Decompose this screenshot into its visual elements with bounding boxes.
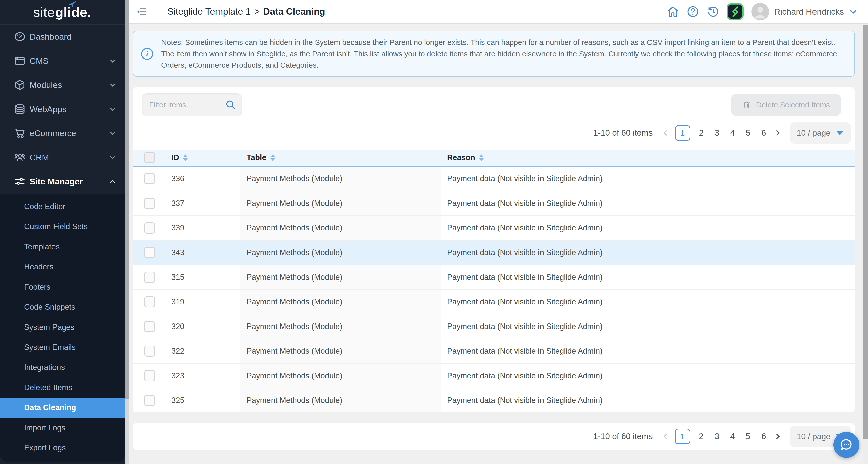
- chevron-down-icon: [108, 105, 117, 113]
- pagination-page-6[interactable]: 6: [759, 432, 768, 441]
- sidebar-subitem-custom-field-sets[interactable]: Custom Field Sets: [0, 217, 125, 237]
- sidebar-item-modules[interactable]: Modules: [0, 73, 125, 97]
- user-menu-chevron-icon[interactable]: [848, 7, 858, 16]
- pagination-page-5[interactable]: 5: [744, 128, 753, 138]
- column-header-table[interactable]: Table: [247, 153, 267, 162]
- pagination-page-6[interactable]: 6: [759, 128, 768, 138]
- sidebar-scrollbar-thumb[interactable]: [125, 0, 129, 399]
- sort-icon[interactable]: [183, 154, 188, 161]
- table-row[interactable]: 325 Payment Methods (Module) Payment dat…: [133, 388, 855, 413]
- pagination-page-4[interactable]: 4: [728, 432, 737, 441]
- table-row[interactable]: 323 Payment Methods (Module) Payment dat…: [133, 364, 855, 388]
- chat-bubble-button[interactable]: [833, 432, 860, 458]
- pagination-prev-icon[interactable]: [663, 434, 669, 439]
- row-checkbox[interactable]: [144, 247, 155, 258]
- row-checkbox[interactable]: [144, 395, 155, 406]
- pagination-next-icon[interactable]: [774, 130, 780, 136]
- sidebar-subitem-system-emails[interactable]: System Emails: [0, 337, 125, 357]
- sidebar-item-dashboard[interactable]: Dashboard: [0, 25, 125, 49]
- table-row[interactable]: 339 Payment Methods (Module) Payment dat…: [133, 216, 855, 240]
- history-icon[interactable]: [706, 5, 720, 18]
- table-row[interactable]: 319 Payment Methods (Module) Payment dat…: [133, 290, 855, 314]
- sidebar-subitem-templates[interactable]: Templates: [0, 237, 125, 257]
- table-row[interactable]: 336 Payment Methods (Module) Payment dat…: [133, 167, 855, 191]
- select-all-checkbox[interactable]: [144, 152, 155, 163]
- sidebar-subitem-deleted-items[interactable]: Deleted Items: [0, 378, 125, 398]
- data-table-card: Delete Selected Items 1-10 of 60 items 1…: [133, 87, 855, 413]
- row-checkbox[interactable]: [144, 173, 155, 184]
- pagination-page-3[interactable]: 3: [713, 128, 721, 138]
- sidebar-subitem-code-editor[interactable]: Code Editor: [0, 197, 125, 217]
- row-checkbox[interactable]: [144, 223, 155, 233]
- column-header-reason[interactable]: Reason: [447, 153, 475, 162]
- cell-id: 320: [166, 314, 240, 339]
- pagination-page-2[interactable]: 2: [697, 432, 706, 441]
- chevron-down-icon: [108, 57, 117, 65]
- row-checkbox[interactable]: [144, 198, 155, 209]
- cell-id: 339: [166, 216, 240, 240]
- table-row[interactable]: 320 Payment Methods (Module) Payment dat…: [133, 314, 855, 339]
- table-row[interactable]: 337 Payment Methods (Module) Payment dat…: [133, 191, 855, 216]
- chevron-down-icon: [108, 129, 117, 137]
- sidebar-item-ecommerce[interactable]: eCommerce: [0, 121, 125, 145]
- cell-reason: Payment data (Not visible in Siteglide A…: [440, 191, 855, 215]
- sidebar-item-webapps[interactable]: WebApps: [0, 97, 125, 121]
- sidebar-subitem-import-logs[interactable]: Import Logs: [0, 418, 125, 438]
- row-checkbox[interactable]: [144, 321, 155, 332]
- delete-selected-items-button[interactable]: Delete Selected Items: [731, 94, 841, 116]
- delete-button-label: Delete Selected Items: [756, 100, 830, 109]
- sidebar-subitem-data-cleaning[interactable]: Data Cleaning: [0, 398, 125, 418]
- sidebar-item-reporting[interactable]: Reporting: [0, 462, 125, 464]
- search-icon[interactable]: [224, 99, 237, 111]
- cell-table: Payment Methods (Module): [240, 388, 440, 412]
- pagination-page-4[interactable]: 4: [728, 128, 737, 138]
- collapse-sidebar-icon[interactable]: [135, 5, 149, 18]
- pagination-page-5[interactable]: 5: [744, 432, 753, 441]
- table-row[interactable]: 322 Payment Methods (Module) Payment dat…: [133, 339, 855, 364]
- app-logo[interactable]: siteglide.: [0, 0, 125, 25]
- sidebar-subitem-system-pages[interactable]: System Pages: [0, 317, 125, 337]
- user-name[interactable]: Richard Hendricks: [774, 7, 844, 17]
- breadcrumb-site[interactable]: Siteglide Template 1: [167, 6, 251, 17]
- data-table: ID Table Reason 336 Payment Methods (Mod…: [133, 150, 855, 413]
- sidebar-nav: Dashboard CMS Modules WebApps: [0, 25, 125, 464]
- siteglide-dev-icon[interactable]: [726, 3, 744, 20]
- pagination-prev-icon[interactable]: [663, 130, 669, 136]
- sidebar-subitem-code-snippets[interactable]: Code Snippets: [0, 297, 125, 317]
- row-checkbox[interactable]: [144, 296, 155, 308]
- pagination-next-icon[interactable]: [774, 434, 780, 439]
- home-icon[interactable]: [666, 5, 680, 18]
- sort-icon[interactable]: [271, 154, 275, 161]
- sidebar-item-crm[interactable]: CRM: [0, 145, 125, 169]
- sidebar-subitem-integrations[interactable]: Integrations: [0, 357, 125, 378]
- table-row[interactable]: 315 Payment Methods (Module) Payment dat…: [133, 265, 855, 290]
- page-scrollbar[interactable]: [864, 24, 868, 464]
- row-checkbox[interactable]: [144, 272, 155, 283]
- sidebar-item-label: CRM: [30, 152, 108, 163]
- page-size-label: 10 / page: [797, 128, 830, 138]
- sidebar-subitem-footers[interactable]: Footers: [0, 277, 125, 297]
- row-checkbox[interactable]: [144, 346, 155, 357]
- sidebar-subitem-headers[interactable]: Headers: [0, 257, 125, 277]
- sort-icon[interactable]: [479, 154, 484, 161]
- row-checkbox[interactable]: [144, 370, 155, 381]
- chevron-down-icon: [108, 153, 117, 162]
- column-header-id[interactable]: ID: [171, 153, 179, 162]
- pagination-page-3[interactable]: 3: [713, 432, 721, 441]
- filter-field-wrap: [142, 93, 242, 116]
- pagination-page-1[interactable]: 1: [675, 429, 690, 444]
- help-icon[interactable]: [686, 5, 700, 18]
- site-manager-submenu: Code Editor Custom Field Sets Templates …: [0, 194, 125, 462]
- avatar[interactable]: [751, 3, 769, 20]
- sidebar-item-site-manager[interactable]: Site Manager: [0, 169, 125, 194]
- caret-down-icon: [836, 131, 844, 135]
- sidebar-scrollbar[interactable]: [125, 0, 129, 464]
- pagination-page-1[interactable]: 1: [675, 125, 690, 141]
- table-row-highlighted[interactable]: 343 Payment Methods (Module) Payment dat…: [133, 240, 855, 265]
- page-scrollbar-thumb[interactable]: [864, 25, 868, 439]
- page-size-select[interactable]: 10 / page: [790, 122, 851, 144]
- pagination-page-2[interactable]: 2: [697, 128, 706, 138]
- sidebar-item-cms[interactable]: CMS: [0, 49, 125, 73]
- cell-table: Payment Methods (Module): [240, 167, 440, 191]
- sidebar-subitem-export-logs[interactable]: Export Logs: [0, 438, 125, 458]
